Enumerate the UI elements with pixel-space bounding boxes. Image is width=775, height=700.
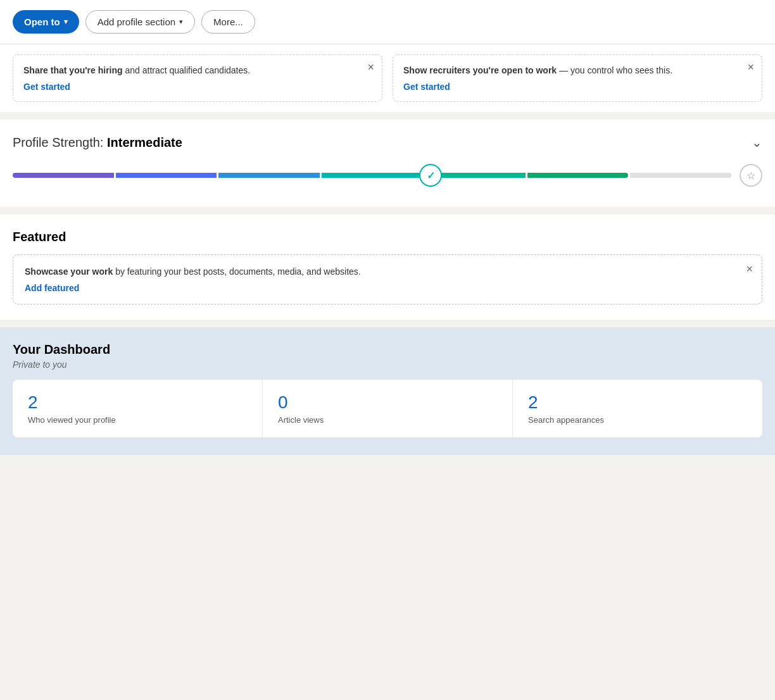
hiring-notification-close-button[interactable]: × [367,61,374,73]
add-profile-section-button[interactable]: Add profile section ▾ [85,10,195,34]
profile-strength-title: Profile Strength: Intermediate [13,135,182,150]
open-to-work-link[interactable]: Get started [403,82,450,92]
hiring-notification-rest: and attract qualified candidates. [123,65,251,75]
profile-strength-star-button[interactable]: ☆ [740,164,762,187]
more-label: More... [213,16,243,27]
progress-segment-7 [630,173,731,178]
featured-close-button[interactable]: × [746,263,753,276]
open-to-work-close-button[interactable]: × [747,61,754,73]
star-icon: ☆ [747,170,755,182]
progress-segment-3 [218,173,320,178]
progress-bar: ✓ [13,173,733,178]
featured-section: Featured × Showcase your work by featuri… [0,215,775,320]
progress-segment-1 [13,173,114,178]
progress-checkpoint: ✓ [419,164,442,187]
stat-profile-views[interactable]: 2 Who viewed your profile [13,380,263,437]
section-divider-2 [0,207,775,215]
hiring-notification-bold: Share that you're hiring [23,65,123,75]
featured-card: × Showcase your work by featuring your b… [13,254,762,304]
stat-search-appearances[interactable]: 2 Search appearances [513,380,762,437]
profile-strength-header: Profile Strength: Intermediate ⌄ [13,135,762,150]
dashboard-stats-container: 2 Who viewed your profile 0 Article view… [13,380,762,437]
stat-profile-views-value: 2 [28,392,247,413]
section-divider-3 [0,320,775,327]
hiring-notification-card: × Share that you're hiring and attract q… [13,54,382,102]
stat-article-views-label: Article views [278,415,497,425]
profile-strength-collapse-button[interactable]: ⌄ [752,135,762,150]
open-to-work-text: Show recruiters you're open to work — yo… [403,64,752,77]
progress-segment-2 [116,173,217,178]
dashboard-subtitle: Private to you [13,359,762,370]
open-to-chevron-icon: ▾ [64,18,68,26]
stat-article-views[interactable]: 0 Article views [263,380,513,437]
profile-strength-label-prefix: Profile Strength: [13,135,107,149]
add-profile-chevron-icon: ▾ [179,18,183,26]
progress-segment-4 [322,173,423,178]
stat-profile-views-label: Who viewed your profile [28,415,247,425]
open-to-work-bold: Show recruiters you're open to work [403,65,557,75]
open-to-work-rest: — you control who sees this. [557,65,672,75]
stat-search-appearances-value: 2 [528,392,747,413]
add-profile-label: Add profile section [98,16,175,27]
progress-bar-container: ✓ ☆ [13,161,762,189]
action-bar: Open to ▾ Add profile section ▾ More... [0,0,775,44]
open-to-work-notification-card: × Show recruiters you're open to work — … [393,54,762,102]
dashboard-section: Your Dashboard Private to you 2 Who view… [0,327,775,455]
stat-article-views-value: 0 [278,392,497,413]
progress-check-icon: ✓ [427,170,435,182]
section-divider-1 [0,112,775,120]
profile-strength-section: Profile Strength: Intermediate ⌄ ✓ ☆ [0,120,775,207]
open-to-label: Open to [24,16,60,27]
hiring-notification-link[interactable]: Get started [23,82,70,92]
progress-segment-6 [527,173,629,178]
hiring-notification-text: Share that you're hiring and attract qua… [23,64,372,77]
add-featured-link[interactable]: Add featured [25,283,79,293]
featured-card-text: Showcase your work by featuring your bes… [25,265,750,278]
featured-card-bold: Showcase your work [25,266,113,277]
stat-search-appearances-label: Search appearances [528,415,747,425]
featured-section-title: Featured [13,230,762,244]
profile-strength-level: Intermediate [107,135,182,149]
open-to-button[interactable]: Open to ▾ [13,10,79,34]
dashboard-title: Your Dashboard [13,342,762,357]
more-button[interactable]: More... [201,10,255,34]
notification-section: × Share that you're hiring and attract q… [0,44,775,112]
featured-card-rest: by featuring your best posts, documents,… [113,266,360,277]
